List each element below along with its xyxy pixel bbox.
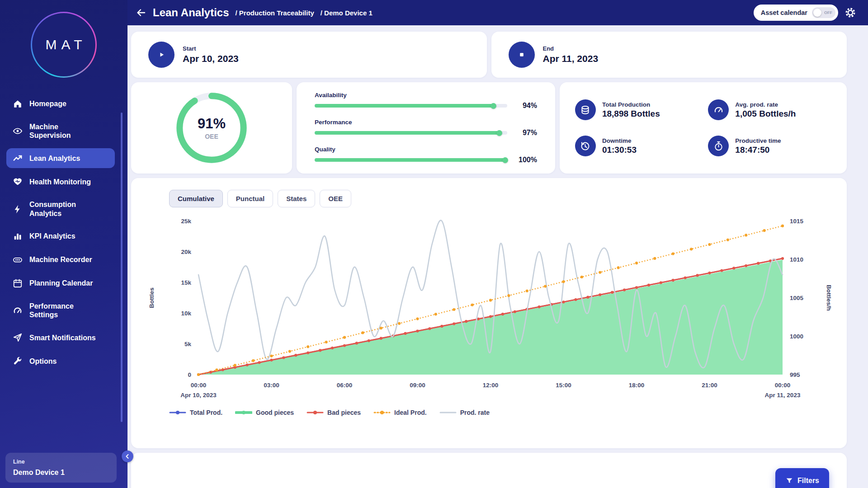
kpi-value: 18:47:50 (735, 145, 781, 155)
gear-icon (844, 7, 856, 19)
brand-logo: MAT (31, 12, 97, 78)
svg-text:03:00: 03:00 (264, 382, 279, 389)
toggle-state-label: OFF (824, 10, 832, 15)
sidebar-collapse-button[interactable] (122, 450, 133, 462)
back-button[interactable] (136, 7, 146, 18)
sidebar-item-label: Performance Settings (29, 302, 97, 319)
sidebar-item-health-monitoring[interactable]: Health Monitoring (6, 172, 115, 192)
legend-item-bad-pieces[interactable]: Bad pieces (307, 409, 361, 416)
sidebar-item-smart-notifications[interactable]: Smart Notifications (6, 328, 115, 347)
production-chart-card: CumulativePunctualStatesOEE 05k10k15k20k… (131, 178, 847, 448)
sidebar-item-label: KPI Analytics (29, 232, 75, 240)
svg-text:Apr 10, 2023: Apr 10, 2023 (180, 392, 217, 399)
legend-swatch (373, 409, 391, 416)
sidebar-item-label: Health Monitoring (29, 178, 91, 186)
sidebar-item-homepage[interactable]: Homepage (6, 94, 115, 114)
legend-item-ideal-prod[interactable]: Ideal Prod. (373, 409, 427, 416)
kpi-value: 18,898 Bottles (602, 109, 660, 119)
kpi-row: 91% OEE Availability94%Performance97%Qua… (131, 82, 847, 174)
svg-text:00:00: 00:00 (775, 382, 791, 389)
sidebar-scrollbar[interactable] (121, 113, 123, 422)
legend-item-prod-rate[interactable]: Prod. rate (439, 409, 490, 416)
legend-item-total-prod[interactable]: Total Prod. (169, 409, 222, 416)
sidebar-item-performance-settings[interactable]: Performance Settings (6, 297, 115, 324)
line-selector-value: Demo Device 1 (13, 469, 109, 477)
legend-label: Prod. rate (460, 409, 490, 416)
breadcrumb-production-traceability[interactable]: / Production Traceability (236, 9, 314, 17)
toggle-knob (813, 9, 821, 17)
svg-text:1015: 1015 (790, 218, 804, 225)
filters-button[interactable]: Filters (775, 468, 829, 488)
svg-text:0: 0 (188, 371, 191, 378)
legend-label: Ideal Prod. (394, 409, 427, 416)
sidebar-item-lean-analytics[interactable]: Lean Analytics (6, 148, 115, 168)
recorder-icon (13, 255, 23, 265)
tab-oee[interactable]: OEE (320, 190, 351, 207)
bolt-icon (13, 204, 23, 214)
app-root: Lean Analytics / Production Traceability… (0, 0, 868, 488)
svg-text:20k: 20k (181, 249, 191, 255)
kpi-label: Downtime (602, 137, 637, 144)
svg-text:Bottles/h: Bottles/h (826, 285, 832, 311)
metric-value: 97% (514, 129, 537, 137)
asset-calendar-control[interactable]: Asset calendar OFF (754, 5, 838, 21)
filter-icon (785, 477, 793, 485)
calendar-icon (13, 278, 23, 288)
metric-value: 94% (514, 102, 537, 110)
production-icon (575, 99, 596, 120)
legend-swatch (235, 409, 252, 416)
logo-text: MAT (41, 37, 86, 52)
svg-text:1005: 1005 (790, 295, 804, 301)
sidebar-item-options[interactable]: Options (6, 351, 115, 371)
sidebar-item-kpi-analytics[interactable]: KPI Analytics (6, 226, 115, 246)
sidebar-item-label: Options (29, 357, 57, 366)
stop-icon (509, 42, 535, 68)
sidebar: MAT HomepageMachine SupervisionLean Anal… (0, 0, 127, 488)
tab-states[interactable]: States (278, 190, 315, 207)
settings-button[interactable] (844, 7, 856, 19)
oee-donut-wrap: 91% OEE (170, 86, 254, 170)
metric-label: Performance (315, 119, 537, 126)
svg-text:995: 995 (790, 371, 800, 378)
production-kpis-card: Total Production18,898 BottlesAvg. prod.… (560, 82, 847, 174)
progress-fill (315, 158, 507, 162)
asset-calendar-label: Asset calendar (761, 9, 807, 16)
tab-cumulative[interactable]: Cumulative (169, 190, 223, 207)
sidebar-item-machine-recorder[interactable]: Machine Recorder (6, 250, 115, 270)
eye-icon (13, 126, 23, 136)
oee-card: 91% OEE (131, 82, 292, 174)
start-date: Apr 10, 2023 (183, 53, 239, 64)
kpi-label: Total Production (602, 101, 660, 108)
heart-pulse-icon (13, 177, 23, 187)
metric-quality: Quality100% (315, 146, 537, 164)
kpi-downtime: Downtime01:30:53 (575, 136, 708, 156)
svg-text:Bottles: Bottles (148, 287, 155, 308)
end-text: End Apr 11, 2023 (543, 45, 599, 64)
line-selector-label: Line (13, 459, 109, 465)
svg-text:Apr 11, 2023: Apr 11, 2023 (765, 392, 801, 399)
sidebar-item-consumption-analytics[interactable]: Consumption Analytics (6, 195, 115, 222)
svg-text:5k: 5k (184, 341, 192, 347)
metric-label: Availability (315, 92, 537, 99)
svg-text:15k: 15k (181, 279, 191, 286)
trending-up-icon (13, 153, 23, 163)
kpi-label: Avg. prod. rate (735, 101, 796, 108)
sidebar-item-planning-calendar[interactable]: Planning Calendar (6, 273, 115, 293)
oee-label: OEE (205, 133, 218, 140)
sidebar-item-machine-supervision[interactable]: Machine Supervision (6, 117, 115, 145)
sidebar-item-label: Consumption Analytics (29, 200, 97, 217)
svg-text:15:00: 15:00 (556, 382, 571, 389)
legend-item-good-pieces[interactable]: Good pieces (235, 409, 294, 416)
metric-value: 100% (514, 156, 537, 164)
brand-logo-inner: MAT (32, 13, 95, 76)
performance-progress-bar (315, 131, 507, 135)
bar-chart-icon (13, 231, 23, 241)
svg-text:21:00: 21:00 (702, 382, 717, 389)
legend-swatch (169, 409, 186, 416)
tab-punctual[interactable]: Punctual (227, 190, 273, 207)
asset-calendar-toggle[interactable]: OFF (812, 7, 835, 18)
oee-components-card: Availability94%Performance97%Quality100% (297, 82, 555, 174)
breadcrumb-demo-device[interactable]: / Demo Device 1 (321, 9, 373, 17)
line-selector[interactable]: Line Demo Device 1 (5, 453, 117, 483)
progress-fill (315, 131, 501, 135)
